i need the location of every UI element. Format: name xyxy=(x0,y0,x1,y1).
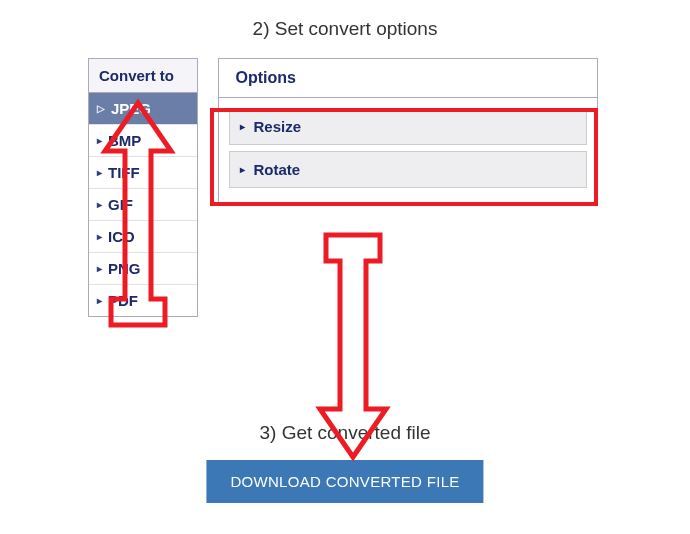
sidebar-item-label: PDF xyxy=(108,292,138,309)
triangle-right-icon: ▸ xyxy=(97,295,102,306)
options-panel: Options ▸ Resize ▸ Rotate xyxy=(218,58,598,205)
sidebar-header: Convert to xyxy=(89,59,197,93)
sidebar-item-jpeg[interactable]: ▷ JPEG xyxy=(89,93,197,125)
sidebar-item-label: GIF xyxy=(108,196,133,213)
option-resize[interactable]: ▸ Resize xyxy=(229,108,587,145)
triangle-right-icon: ▸ xyxy=(97,231,102,242)
sidebar-item-pdf[interactable]: ▸ PDF xyxy=(89,285,197,316)
triangle-right-icon: ▸ xyxy=(97,167,102,178)
sidebar-item-ico[interactable]: ▸ ICO xyxy=(89,221,197,253)
triangle-right-icon: ▸ xyxy=(97,199,102,210)
sidebar-item-gif[interactable]: ▸ GIF xyxy=(89,189,197,221)
sidebar-item-label: ICO xyxy=(108,228,135,245)
triangle-right-icon: ▸ xyxy=(240,164,245,175)
options-body: ▸ Resize ▸ Rotate xyxy=(219,98,597,204)
option-label: Resize xyxy=(253,118,301,135)
sidebar-item-label: TIFF xyxy=(108,164,140,181)
sidebar-item-label: PNG xyxy=(108,260,141,277)
step-3-title: 3) Get converted file xyxy=(0,422,690,444)
triangle-right-icon: ▷ xyxy=(97,103,105,114)
sidebar-item-tiff[interactable]: ▸ TIFF xyxy=(89,157,197,189)
sidebar-item-label: JPEG xyxy=(111,100,151,117)
download-converted-file-button[interactable]: DOWNLOAD CONVERTED FILE xyxy=(206,460,483,503)
option-rotate[interactable]: ▸ Rotate xyxy=(229,151,587,188)
triangle-right-icon: ▸ xyxy=(240,121,245,132)
step-2-title: 2) Set convert options xyxy=(0,0,690,58)
sidebar-item-png[interactable]: ▸ PNG xyxy=(89,253,197,285)
main-area: Convert to ▷ JPEG ▸ BMP ▸ TIFF ▸ GIF ▸ I… xyxy=(0,58,690,317)
sidebar-item-bmp[interactable]: ▸ BMP xyxy=(89,125,197,157)
convert-to-sidebar: Convert to ▷ JPEG ▸ BMP ▸ TIFF ▸ GIF ▸ I… xyxy=(88,58,198,317)
triangle-right-icon: ▸ xyxy=(97,263,102,274)
options-header: Options xyxy=(219,59,597,98)
option-label: Rotate xyxy=(253,161,300,178)
triangle-right-icon: ▸ xyxy=(97,135,102,146)
sidebar-item-label: BMP xyxy=(108,132,141,149)
